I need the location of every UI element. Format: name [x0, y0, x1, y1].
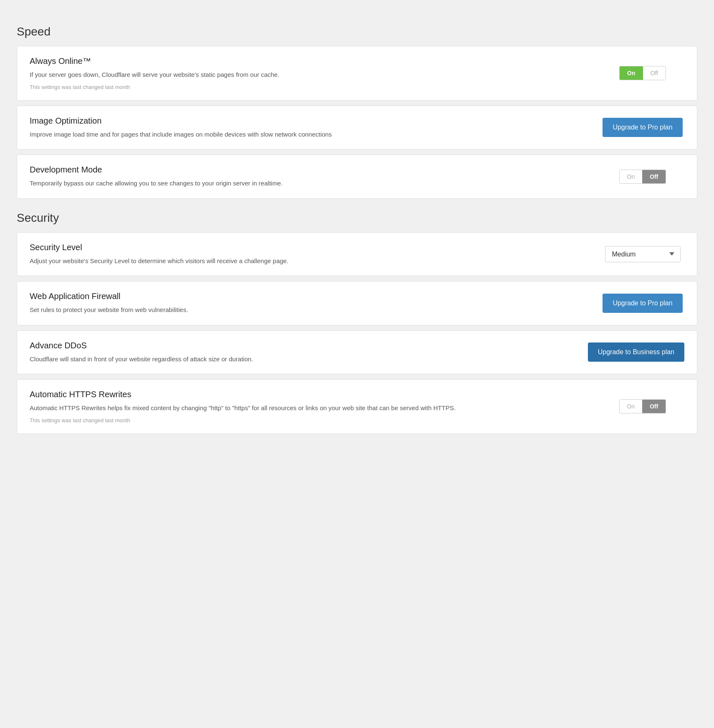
- development-mode-control: On Off: [601, 170, 684, 184]
- development-mode-desc: Temporarily bypass our cache allowing yo…: [30, 179, 588, 188]
- image-optimization-upgrade-button[interactable]: Upgrade to Pro plan: [603, 118, 682, 137]
- security-level-control: Essentially Off Low Medium High I'm Unde…: [601, 246, 684, 262]
- image-optimization-content: Image Optimization Improve image load ti…: [30, 116, 601, 140]
- ddos-title: Advance DDoS: [30, 341, 575, 350]
- https-rewrites-desc: Automatic HTTPS Rewrites helps fix mixed…: [30, 403, 588, 413]
- speed-section-title: Speed: [17, 25, 697, 38]
- always-online-toggle[interactable]: On Off: [619, 66, 666, 80]
- always-online-card: Always Online™ If your server goes down,…: [17, 46, 697, 101]
- ddos-card: Advance DDoS Cloudflare will stand in fr…: [17, 330, 697, 375]
- image-optimization-card: Image Optimization Improve image load ti…: [17, 106, 697, 150]
- always-online-desc: If your server goes down, Cloudflare wil…: [30, 70, 588, 80]
- image-optimization-title: Image Optimization: [30, 116, 588, 126]
- image-optimization-desc: Improve image load time and for pages th…: [30, 130, 588, 140]
- https-rewrites-title: Automatic HTTPS Rewrites: [30, 390, 588, 399]
- https-rewrites-toggle[interactable]: On Off: [619, 399, 666, 413]
- toggle-on-label[interactable]: On: [620, 66, 643, 80]
- development-mode-title: Development Mode: [30, 165, 588, 175]
- always-online-control: On Off: [601, 66, 684, 80]
- ddos-content: Advance DDoS Cloudflare will stand in fr…: [30, 341, 588, 364]
- waf-upgrade-button[interactable]: Upgrade to Pro plan: [603, 294, 682, 313]
- development-mode-toggle[interactable]: On Off: [619, 170, 666, 184]
- dev-toggle-on-label[interactable]: On: [620, 170, 643, 183]
- ddos-control: Upgrade to Business plan: [588, 342, 684, 362]
- https-toggle-on-label[interactable]: On: [620, 400, 643, 413]
- always-online-meta: This settings was last changed last mont…: [30, 84, 588, 90]
- ddos-desc: Cloudflare will stand in front of your w…: [30, 355, 575, 364]
- https-rewrites-content: Automatic HTTPS Rewrites Automatic HTTPS…: [30, 390, 601, 424]
- https-rewrites-control: On Off: [601, 399, 684, 413]
- always-online-title: Always Online™: [30, 56, 588, 66]
- https-rewrites-meta: This settings was last changed last mont…: [30, 417, 588, 424]
- development-mode-card: Development Mode Temporarily bypass our …: [17, 155, 697, 199]
- waf-content: Web Application Firewall Set rules to pr…: [30, 292, 601, 315]
- security-section-title: Security: [17, 211, 697, 225]
- toggle-off-label[interactable]: Off: [643, 66, 666, 80]
- security-level-card: Security Level Adjust your website's Sec…: [17, 232, 697, 276]
- security-level-content: Security Level Adjust your website's Sec…: [30, 243, 601, 266]
- waf-desc: Set rules to protect your website from w…: [30, 305, 588, 315]
- https-rewrites-card: Automatic HTTPS Rewrites Automatic HTTPS…: [17, 379, 697, 434]
- waf-card: Web Application Firewall Set rules to pr…: [17, 281, 697, 325]
- security-level-select[interactable]: Essentially Off Low Medium High I'm Unde…: [605, 246, 681, 262]
- dev-toggle-off-label[interactable]: Off: [642, 170, 666, 183]
- https-toggle-off-label[interactable]: Off: [642, 400, 666, 413]
- ddos-upgrade-button[interactable]: Upgrade to Business plan: [588, 342, 684, 362]
- image-optimization-control: Upgrade to Pro plan: [601, 118, 684, 137]
- security-level-desc: Adjust your website's Security Level to …: [30, 256, 588, 266]
- waf-control: Upgrade to Pro plan: [601, 294, 684, 313]
- security-level-title: Security Level: [30, 243, 588, 252]
- waf-title: Web Application Firewall: [30, 292, 588, 301]
- development-mode-content: Development Mode Temporarily bypass our …: [30, 165, 601, 188]
- always-online-content: Always Online™ If your server goes down,…: [30, 56, 601, 90]
